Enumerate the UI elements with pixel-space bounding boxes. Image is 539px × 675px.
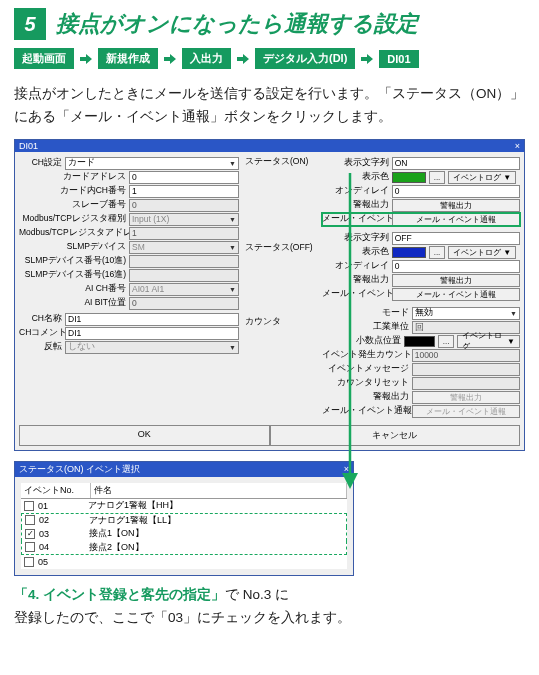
decimal-swatch bbox=[404, 336, 435, 347]
dialog-event-select: ステータス(ON) イベント選択 × イベントNo. 件名 01アナログ1警報【… bbox=[14, 461, 354, 576]
list-item[interactable]: 04接点2【ON】 bbox=[21, 541, 347, 555]
mail-event-button-on[interactable]: メール・イベント通報 bbox=[392, 213, 520, 226]
dialog-title: DI01 bbox=[19, 141, 38, 151]
close-icon[interactable]: × bbox=[344, 464, 349, 474]
dialog-di01: DI01 × CH設定 カード▼ カードアドレス0 カード内CH番号1 スレーブ… bbox=[14, 139, 525, 451]
step-number-badge: 5 bbox=[14, 8, 46, 40]
crumb-3: デジタル入力(DI) bbox=[255, 48, 355, 69]
checkbox-icon[interactable] bbox=[25, 515, 35, 525]
arrow-right-icon bbox=[361, 54, 373, 64]
dialog-titlebar: DI01 × bbox=[15, 140, 524, 152]
arrow-right-icon bbox=[80, 54, 92, 64]
color-swatch-off bbox=[392, 247, 426, 258]
chevron-down-icon: ▼ bbox=[503, 248, 511, 257]
chevron-down-icon: ▼ bbox=[229, 344, 236, 351]
step-title-text: 接点がオンになったら通報する設定 bbox=[56, 9, 418, 39]
checkbox-icon[interactable] bbox=[24, 557, 34, 567]
mail-event-row-on: メール・イベント通報メール・イベント通報 bbox=[322, 213, 520, 226]
checkbox-checked-icon[interactable]: ✓ bbox=[25, 529, 35, 539]
list-item[interactable]: 05 bbox=[21, 555, 347, 569]
color-picker-button[interactable]: ... bbox=[429, 171, 446, 184]
crumb-4: DI01 bbox=[379, 50, 418, 68]
chevron-down-icon: ▼ bbox=[507, 337, 515, 346]
chevron-down-icon: ▼ bbox=[503, 173, 511, 182]
breadcrumb: 起動画面 新規作成 入出力 デジタル入力(DI) DI01 bbox=[14, 48, 525, 69]
crumb-1: 新規作成 bbox=[98, 48, 158, 69]
event-list-header: イベントNo. 件名 bbox=[21, 483, 347, 499]
ok-button[interactable]: OK bbox=[19, 425, 270, 446]
alarm-output-button[interactable]: 警報出力 bbox=[392, 199, 520, 212]
checkbox-icon[interactable] bbox=[25, 542, 35, 552]
chevron-down-icon: ▼ bbox=[229, 244, 236, 251]
ch-setting-label: CH設定 bbox=[19, 157, 65, 169]
footnote-strong: 「4. イベント登録と客先の指定」 bbox=[14, 587, 225, 602]
close-icon[interactable]: × bbox=[515, 141, 520, 151]
crumb-0: 起動画面 bbox=[14, 48, 74, 69]
crumb-2: 入出力 bbox=[182, 48, 231, 69]
list-item[interactable]: 01アナログ1警報【HH】 bbox=[21, 499, 347, 513]
color-swatch-on bbox=[392, 172, 426, 183]
card-address-field[interactable]: 0 bbox=[129, 171, 239, 184]
chevron-down-icon: ▼ bbox=[229, 286, 236, 293]
checkbox-icon[interactable] bbox=[24, 501, 34, 511]
event-list: 01アナログ1警報【HH】 02アナログ1警報【LL】 ✓03接点1【ON】 0… bbox=[21, 499, 347, 569]
dialog2-title: ステータス(ON) イベント選択 bbox=[19, 463, 140, 476]
ch-setting-select[interactable]: カード▼ bbox=[65, 157, 239, 170]
arrow-right-icon bbox=[237, 54, 249, 64]
dialog2-titlebar: ステータス(ON) イベント選択 × bbox=[15, 462, 353, 477]
lead-paragraph: 接点がオンしたときにメールを送信する設定を行います。「ステータス（ON）」にある… bbox=[14, 83, 525, 129]
arrow-right-icon bbox=[164, 54, 176, 64]
list-item[interactable]: 02アナログ1警報【LL】 bbox=[21, 513, 347, 527]
chevron-down-icon: ▼ bbox=[229, 160, 236, 167]
step-title: 5 接点がオンになったら通報する設定 bbox=[14, 8, 525, 40]
list-item[interactable]: ✓03接点1【ON】 bbox=[21, 527, 347, 541]
chevron-down-icon: ▼ bbox=[229, 216, 236, 223]
cancel-button[interactable]: キャンセル bbox=[270, 425, 521, 446]
chevron-down-icon: ▼ bbox=[510, 310, 517, 317]
event-log-button[interactable]: イベントログ ▼ bbox=[448, 171, 516, 184]
footnote: 「4. イベント登録と客先の指定」で No.3 に 登録したので、ここで「03」… bbox=[14, 584, 525, 630]
